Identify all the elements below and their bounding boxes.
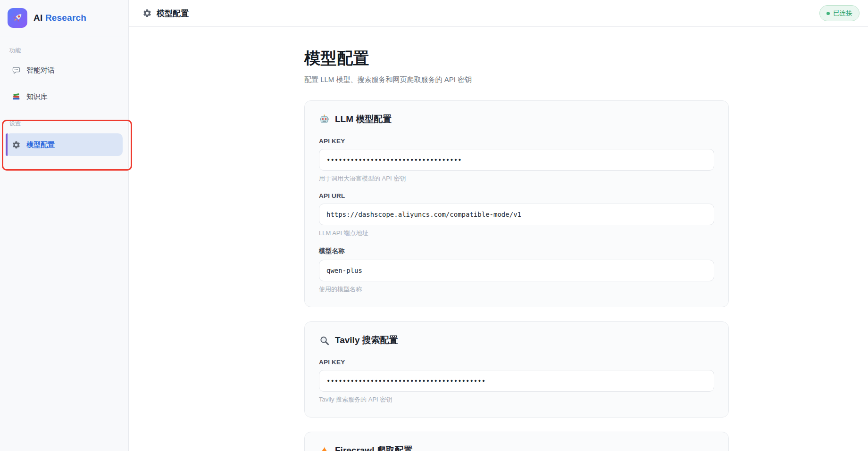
sidebar-section-features: 功能 智能对话 知识库 bbox=[0, 36, 128, 107]
page-header: 模型配置 已连接 bbox=[129, 0, 868, 27]
app-root: AI Research 功能 智能对话 知识库 设置 模型配置 bbox=[0, 0, 868, 451]
main-area: 模型配置 已连接 模型配置 配置 LLM 模型、搜索服务和网页爬取服务的 API… bbox=[129, 0, 868, 451]
status-badge-label: 已连接 bbox=[834, 9, 853, 17]
llm-api-key-label: API KEY bbox=[319, 138, 714, 145]
llm-api-url-help: LLM API 端点地址 bbox=[319, 229, 714, 238]
section-label-settings: 设置 bbox=[0, 107, 128, 132]
firecrawl-card-title: Firecrawl 爬取配置 bbox=[335, 444, 413, 451]
tavily-card-title: Tavily 搜索配置 bbox=[335, 334, 398, 346]
tavily-config-card: Tavily 搜索配置 API KEY Tavily 搜索服务的 API 密钥 bbox=[304, 321, 729, 418]
section-label-features: 功能 bbox=[0, 36, 128, 59]
status-dot-icon bbox=[826, 12, 830, 15]
main-content: 模型配置 配置 LLM 模型、搜索服务和网页爬取服务的 API 密钥 LLM 模… bbox=[129, 27, 868, 451]
sidebar-item-chat[interactable]: 智能对话 bbox=[6, 60, 123, 80]
llm-model-name-label: 模型名称 bbox=[319, 247, 714, 255]
llm-card-title: LLM 模型配置 bbox=[335, 113, 392, 125]
gear-icon bbox=[11, 140, 21, 149]
sidebar-item-chat-label: 智能对话 bbox=[26, 66, 55, 75]
tavily-api-key-help: Tavily 搜索服务的 API 密钥 bbox=[319, 395, 714, 404]
magnifier-icon bbox=[319, 335, 330, 346]
llm-config-card: LLM 模型配置 API KEY 用于调用大语言模型的 API 密钥 API U… bbox=[304, 100, 729, 307]
app-title: AI Research bbox=[33, 13, 86, 23]
fire-icon bbox=[319, 445, 330, 451]
page-title: 模型配置 bbox=[304, 48, 729, 69]
sidebar-item-model-config[interactable]: 模型配置 bbox=[6, 133, 123, 156]
books-icon bbox=[11, 92, 21, 101]
llm-api-key-input[interactable] bbox=[319, 149, 714, 171]
page-subtitle: 配置 LLM 模型、搜索服务和网页爬取服务的 API 密钥 bbox=[304, 75, 729, 84]
tavily-api-key-input[interactable] bbox=[319, 370, 714, 392]
llm-api-url-label: API URL bbox=[319, 192, 714, 199]
llm-model-name-field: 模型名称 使用的模型名称 bbox=[319, 247, 714, 294]
llm-model-name-input[interactable] bbox=[319, 260, 714, 281]
app-title-secondary: Research bbox=[45, 13, 86, 23]
llm-model-name-help: 使用的模型名称 bbox=[319, 285, 714, 294]
chat-bubble-icon bbox=[11, 66, 21, 75]
llm-api-key-field: API KEY 用于调用大语言模型的 API 密钥 bbox=[319, 138, 714, 183]
robot-icon bbox=[319, 114, 330, 125]
sidebar-brand[interactable]: AI Research bbox=[0, 0, 128, 36]
tavily-api-key-label: API KEY bbox=[319, 359, 714, 366]
sidebar-section-settings: 设置 模型配置 bbox=[0, 107, 128, 156]
header-title: 模型配置 bbox=[157, 8, 189, 19]
active-indicator bbox=[6, 133, 8, 156]
rocket-logo-icon bbox=[8, 8, 27, 28]
llm-api-key-help: 用于调用大语言模型的 API 密钥 bbox=[319, 174, 714, 183]
llm-api-url-field: API URL LLM API 端点地址 bbox=[319, 192, 714, 238]
sidebar-item-knowledge[interactable]: 知识库 bbox=[6, 87, 123, 107]
app-title-primary: AI bbox=[33, 13, 42, 23]
status-badge: 已连接 bbox=[819, 5, 860, 21]
gear-icon bbox=[142, 8, 152, 18]
firecrawl-config-card: Firecrawl 爬取配置 bbox=[304, 432, 729, 451]
sidebar-item-model-config-label: 模型配置 bbox=[26, 140, 55, 149]
llm-api-url-input[interactable] bbox=[319, 204, 714, 225]
sidebar: AI Research 功能 智能对话 知识库 设置 模型配置 bbox=[0, 0, 129, 451]
sidebar-item-knowledge-label: 知识库 bbox=[26, 92, 48, 101]
tavily-api-key-field: API KEY Tavily 搜索服务的 API 密钥 bbox=[319, 359, 714, 404]
